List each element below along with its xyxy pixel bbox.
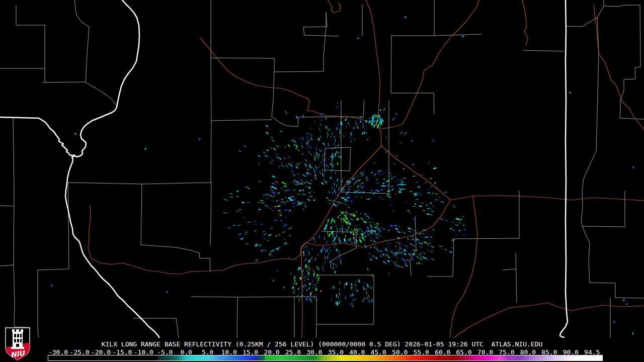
niu-logo: NIU <box>4 327 31 361</box>
colorbar-scale-labels: -30.0-25.0-20.0-15.0-10.0-5.00.05.010.01… <box>0 348 644 354</box>
highway-lines <box>88 0 644 338</box>
castle-tower-icon <box>11 329 24 349</box>
radar-echoes <box>51 16 634 334</box>
county-boundary-lines <box>0 0 644 338</box>
radar-caption: KILX LONG RANGE BASE REFLECTIVITY (0.25K… <box>0 340 644 348</box>
reflectivity-colorbar <box>48 355 603 361</box>
radar-display-screen: KILX LONG RANGE BASE REFLECTIVITY (0.25K… <box>0 0 644 362</box>
radar-map <box>0 0 644 338</box>
niu-logo-text: NIU <box>10 349 26 359</box>
